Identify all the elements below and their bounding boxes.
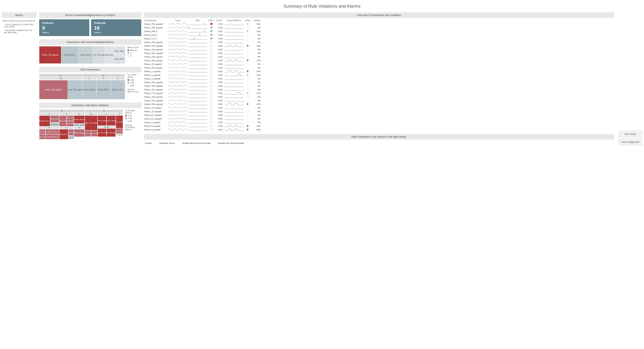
treemap-cell[interactable]: Param_A10_6 — [46, 129, 59, 134]
treemap-cell[interactable]: Param_3_avgval4 — [116, 128, 123, 134]
overview-row[interactable]: Param_81_avgval4 0.0% 0% — [144, 117, 614, 121]
overview-row[interactable]: Param_784_avgval2 0.0% 0% — [144, 95, 614, 99]
overview-row[interactable]: Param_A40_8 2.0% 10% — [144, 29, 614, 33]
ov-ooc-spark — [188, 48, 208, 51]
treemap-cell[interactable]: Param_130_avgval4 — [98, 128, 106, 137]
ov-ooc-dot — [208, 34, 215, 36]
treemap-cell[interactable]: Param_X10_5 — [59, 115, 66, 126]
treemap-cell[interactable]: Param_148_avgval1 — [106, 128, 116, 137]
treemap-cell[interactable]: Param_R82_1 — [79, 123, 85, 126]
ov-hdr-trend[interactable]: Trend — [168, 19, 188, 21]
overview-row[interactable]: Param_779_avgval3 0.0% 10% — [144, 91, 614, 95]
ov-trend-spark — [168, 48, 188, 51]
treemap-cell[interactable]: Param_X74_7 — [111, 80, 125, 99]
treemap-cell[interactable]: Param_758_avgval2 — [68, 80, 82, 99]
treemap-cell[interactable]: Param_784_avgval5 — [85, 115, 98, 130]
treemap-cell[interactable]: Param_D81_5 — [50, 115, 59, 122]
ov-characteristic: Param_784_avgval5 — [144, 103, 168, 105]
overview-row[interactable]: Param_15_avgval5 0.0% 0% — [144, 62, 614, 66]
treemap-cell[interactable]: Param_D72_7 — [39, 115, 50, 126]
treemap-cell[interactable]: Param_R31_5 — [105, 46, 114, 63]
overview-row[interactable]: Param_79_avgval5 0.0% 0% — [144, 110, 614, 113]
treemap-cell[interactable]: Param_R31_5 — [74, 123, 79, 126]
overview-row[interactable]: Param_761_avgval4 0.0% 0% — [144, 88, 614, 91]
ov-rules-tri — [244, 107, 252, 109]
treemap-cell[interactable]: Param_A10_6 — [61, 46, 78, 63]
ooc-treemap[interactable]: Param_758_avgval4Param_758_avgval2Param_… — [39, 80, 125, 99]
ov-characteristic: Param_79_avgval1 — [144, 107, 168, 109]
treemap-cell[interactable]: Param_779_avgval3 — [91, 130, 98, 137]
ov-trend-spark — [168, 128, 188, 131]
treemap-cell[interactable]: Param_X73_8 — [66, 121, 74, 126]
overview-row[interactable]: Param_758_avgval5 0.0% 0% — [144, 84, 614, 88]
overview-row[interactable]: Param_140_avgval5 0.0% 0% — [144, 51, 614, 55]
overview-row[interactable]: Param_784_avgval4 0.0% 0% — [144, 99, 614, 102]
overview-row[interactable]: Param_9_avgval4 0.0% 29% — [144, 124, 614, 128]
treemap-cell[interactable]: Param_G04_8 — [68, 129, 74, 135]
ov-trend-spark — [168, 55, 188, 58]
ov-hdr-prules[interactable]: %Rules — [252, 19, 260, 21]
overview-row[interactable]: Param_D33_3 2.0% 0% — [144, 33, 614, 37]
product-card-a[interactable]: ProductA 9 Alarms — [39, 19, 89, 36]
product-card-b[interactable]: ProductB 16 Alarms — [91, 19, 141, 36]
overview-row[interactable]: Param_130_avgval3 0.0% 0% — [144, 40, 614, 44]
ov-hdr-oocdot[interactable]: OOC — [208, 19, 215, 21]
treemap-cell[interactable]: Param_G73_7 — [68, 135, 74, 139]
ov-prules-value: 0% — [252, 52, 260, 54]
overview-row[interactable]: Param_130_avgval4 0.0% 29% — [144, 44, 614, 48]
treemap-cell[interactable]: Param_A40_8 — [46, 134, 59, 139]
treemap-cell[interactable]: Param_A02_8 — [39, 129, 46, 134]
treemap-cell[interactable]: Param_A14_7 — [39, 134, 46, 139]
treemap-cell[interactable]: Param_D01_2 — [50, 122, 59, 126]
legend-row: Max (6) — [128, 49, 141, 51]
treemap-cell[interactable]: Param_3_avgval1 — [116, 115, 123, 128]
overview-row[interactable]: Param_81_avgval3 0.0% 0% — [144, 113, 614, 117]
ov-hdr-runs[interactable]: Runs Violations — [224, 19, 244, 21]
overview-row[interactable]: Param_X74_7 2.0% 0% — [144, 37, 614, 40]
treemap-cell[interactable]: Param_R83_6 — [74, 115, 85, 123]
rules-treemap[interactable]: B D Param_D72_7 Param_D81_5 Param_D01_2 … — [39, 109, 123, 139]
treemap-cell[interactable]: Param_D33_3 — [96, 80, 111, 99]
treemap-cell[interactable]: Param_9_avgval4 — [98, 115, 106, 126]
ov-hdr-pooc[interactable]: %OOC — [215, 19, 224, 21]
treemap-cell[interactable]: Param_X44_7 — [66, 115, 74, 121]
overview-row[interactable]: Param_9_avgval5 0.0% 29% — [144, 128, 614, 131]
treemap-cell[interactable]: Param_758_avgval4 — [39, 80, 68, 99]
view-charts-button[interactable]: View Charts — [618, 131, 642, 137]
overview-row[interactable]: Param_140_avgval1 0.0% 0% — [144, 48, 614, 51]
ov-runs-spark — [224, 70, 244, 73]
overview-row[interactable]: Param_3_avgval1 0.0% 29% — [144, 70, 614, 73]
unack-treemap[interactable]: Param_148_avgval1Param_A10_6Param_G04_8P… — [39, 46, 125, 63]
treemap-cell[interactable]: Param_W44_4Param_A40_8 — [114, 46, 125, 63]
ov-ooc-spark — [188, 55, 208, 58]
treemap-cell[interactable]: Param_G32_6 — [59, 129, 68, 139]
overview-row[interactable]: Param_784_avgval5 0.0% 47% — [144, 102, 614, 106]
ov-ooc-spark — [188, 26, 208, 29]
ov-hdr-ooc[interactable]: OOC — [188, 19, 208, 21]
ov-hdr-characteristic[interactable]: Characteristic — [144, 19, 168, 21]
treemap-cell[interactable]: Param_W44_4 — [74, 129, 85, 137]
ov-runs-spark — [224, 30, 244, 33]
ov-runs-spark — [224, 124, 244, 128]
overview-row[interactable]: Param_143_avgval1 0.0% 0% — [144, 55, 614, 59]
ov-hdr-rules[interactable]: Rules — [244, 19, 252, 21]
ov-ooc-spark — [188, 37, 208, 40]
overview-row[interactable]: Param_3_avgval5 0.0% 0% — [144, 77, 614, 80]
treemap-cell[interactable]: Param_9_avgval5 — [106, 115, 116, 126]
overview-row[interactable]: Param_758_avgval2 2.0% 0% — [144, 26, 614, 29]
ov-prules-value: 0% — [252, 37, 260, 40]
overview-row[interactable]: Param_3_avgval4 0.0% 10% — [144, 73, 614, 77]
overview-row[interactable]: Param_9_avgval1 0.0% 0% — [144, 121, 614, 124]
treemap-cell[interactable]: Param_758_avgval4 — [93, 46, 105, 63]
treemap-cell[interactable]: Param_G04_8 — [78, 46, 93, 63]
ov-ooc-dot — [208, 88, 215, 91]
treemap-cell[interactable]: Param_A40_8 — [82, 80, 96, 99]
overview-row[interactable]: Param_148_avgval1 0.0% 27% — [144, 59, 614, 62]
overview-row[interactable]: Param_185_avgval1 0.0% 0% — [144, 66, 614, 70]
overview-row[interactable]: Param_758_avgval4 3.9% 10% — [144, 22, 614, 26]
treemap-cell[interactable]: Param_758_avgval4 — [85, 130, 91, 137]
overview-row[interactable]: Param_79_avgval1 0.0% 0% — [144, 106, 614, 110]
overview-row[interactable]: Param_758_avgval3 0.0% 0% — [144, 80, 614, 84]
view-config-button[interactable]: View Configuration — [618, 139, 642, 145]
treemap-cell[interactable]: Param_148_avgval1 — [39, 46, 61, 63]
